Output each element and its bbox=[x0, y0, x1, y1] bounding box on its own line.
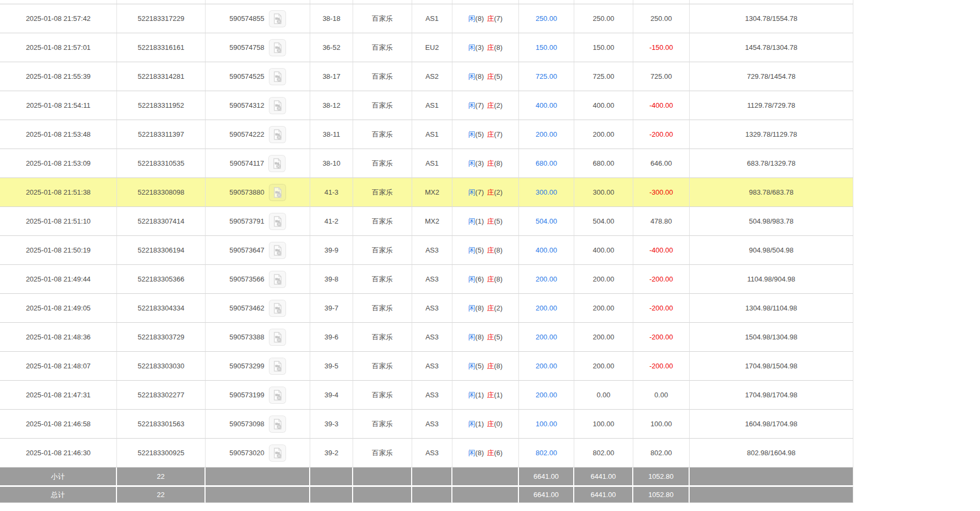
bet-amount-link[interactable]: 300.00 bbox=[536, 188, 557, 196]
table-row[interactable]: 2025-01-08 21:49:05 522183304334 5905734… bbox=[0, 294, 853, 323]
cell-winloss: 725.00 bbox=[633, 62, 690, 91]
bet-amount-link[interactable]: 200.00 bbox=[536, 130, 557, 138]
cell-result: 闲(8)庄(5) bbox=[452, 323, 519, 352]
table-row[interactable]: 2025-01-08 21:57:42 522183317229 5905748… bbox=[0, 4, 853, 33]
cell-balance: 683.78/1329.78 bbox=[690, 149, 853, 178]
cell-game-name: 百家乐 bbox=[353, 352, 412, 381]
cell-bet-time: 2025-01-08 21:53:09 bbox=[0, 149, 117, 178]
subtotal-winloss-total: 1052.80 bbox=[633, 468, 690, 485]
cell-round: 38-11 bbox=[310, 120, 353, 149]
banker-label: 庄 bbox=[487, 333, 494, 341]
player-points: (1) bbox=[476, 217, 484, 225]
table-row[interactable]: 2025-01-08 21:55:39 522183314281 5905745… bbox=[0, 62, 853, 91]
video-file-icon[interactable] bbox=[269, 242, 286, 259]
table-row[interactable]: 2025-01-08 21:47:31 522183302277 5905731… bbox=[0, 381, 853, 410]
game-id-text: 590574312 bbox=[229, 101, 264, 109]
video-file-icon[interactable] bbox=[269, 358, 286, 375]
bet-amount-link[interactable]: 802.00 bbox=[536, 449, 557, 457]
cell-result: 闲(6)庄(8) bbox=[452, 265, 519, 294]
video-file-icon[interactable] bbox=[269, 68, 286, 85]
cell-balance: 729.78/1454.78 bbox=[690, 62, 853, 91]
cell-winloss: -200.00 bbox=[633, 294, 690, 323]
bet-amount-link[interactable]: 200.00 bbox=[536, 275, 557, 283]
bet-amount-link[interactable]: 250.00 bbox=[536, 14, 557, 23]
table-row[interactable]: 2025-01-08 21:48:36 522183303729 5905733… bbox=[0, 323, 853, 352]
game-id-text: 590574222 bbox=[229, 130, 264, 138]
banker-points: (7) bbox=[494, 130, 503, 138]
bet-amount-link[interactable]: 200.00 bbox=[536, 333, 557, 341]
table-row[interactable]: 2025-01-08 21:53:09 522183310535 5905741… bbox=[0, 149, 853, 178]
cell-order-id: 522183304334 bbox=[117, 294, 206, 323]
player-points: (3) bbox=[476, 159, 484, 167]
player-points: (1) bbox=[476, 391, 484, 399]
bet-amount-link[interactable]: 100.00 bbox=[536, 420, 557, 428]
video-file-icon[interactable] bbox=[269, 126, 286, 143]
bet-amount-link[interactable]: 400.00 bbox=[536, 246, 557, 254]
cell-game-id: 590574855 bbox=[206, 4, 310, 33]
video-file-icon[interactable] bbox=[269, 329, 286, 346]
cell-result: 闲(8)庄(2) bbox=[452, 294, 519, 323]
cell-game-id: 590573880 bbox=[206, 178, 310, 207]
video-file-icon[interactable] bbox=[269, 213, 286, 230]
table-row[interactable]: 2025-01-08 21:51:10 522183307414 5905737… bbox=[0, 207, 853, 236]
cell-table-code: EU2 bbox=[412, 33, 452, 62]
video-file-icon[interactable] bbox=[269, 387, 286, 404]
empty-cell bbox=[452, 468, 519, 485]
cell-bet-amount: 400.00 bbox=[519, 91, 574, 120]
cell-balance: 1304.98/1104.98 bbox=[690, 294, 853, 323]
video-file-icon[interactable] bbox=[269, 10, 286, 27]
video-file-icon[interactable] bbox=[269, 300, 286, 317]
banker-points: (5) bbox=[494, 333, 503, 341]
cell-bet-amount: 680.00 bbox=[519, 149, 574, 178]
cell-game-id: 590573299 bbox=[206, 352, 310, 381]
table-row[interactable]: 2025-01-08 21:46:30 522183300925 5905730… bbox=[0, 439, 853, 468]
cell-bet-time: 2025-01-08 21:57:01 bbox=[0, 33, 117, 62]
game-id-text: 590574758 bbox=[229, 43, 264, 51]
bet-amount-link[interactable]: 200.00 bbox=[536, 304, 557, 312]
bet-amount-link[interactable]: 504.00 bbox=[536, 217, 557, 225]
video-file-icon[interactable] bbox=[269, 271, 286, 288]
table-row[interactable]: 2025-01-08 21:51:38 522183308098 5905738… bbox=[0, 178, 853, 207]
banker-label: 庄 bbox=[487, 449, 494, 457]
cell-table-code: AS3 bbox=[412, 265, 452, 294]
cell-table-code: AS3 bbox=[412, 294, 452, 323]
cell-table-code: AS3 bbox=[412, 236, 452, 265]
table-row[interactable]: 2025-01-08 21:57:01 522183316161 5905747… bbox=[0, 33, 853, 62]
cell-round: 38-12 bbox=[310, 91, 353, 120]
cell-game-name: 百家乐 bbox=[353, 236, 412, 265]
bet-amount-link[interactable]: 200.00 bbox=[536, 391, 557, 399]
cell-winloss: -400.00 bbox=[633, 91, 690, 120]
game-id-text: 590573880 bbox=[229, 188, 264, 196]
cell-result: 闲(7)庄(2) bbox=[452, 91, 519, 120]
game-id-text: 590574117 bbox=[230, 159, 264, 167]
bet-amount-link[interactable]: 725.00 bbox=[536, 72, 557, 80]
bet-amount-link[interactable]: 150.00 bbox=[536, 43, 557, 51]
cell-balance: 802.98/1604.98 bbox=[690, 439, 853, 468]
cell-winloss: 646.00 bbox=[633, 149, 690, 178]
player-points: (5) bbox=[476, 246, 484, 254]
bet-amount-link[interactable]: 200.00 bbox=[536, 362, 557, 370]
cell-order-id: 522183305366 bbox=[117, 265, 206, 294]
video-file-icon[interactable] bbox=[269, 39, 286, 56]
video-file-icon[interactable] bbox=[268, 155, 286, 172]
video-file-icon[interactable] bbox=[269, 416, 286, 433]
cell-table-code: AS3 bbox=[412, 323, 452, 352]
empty-cell bbox=[310, 485, 353, 503]
cell-order-id: 522183306194 bbox=[117, 236, 206, 265]
video-file-icon[interactable] bbox=[269, 184, 286, 201]
table-row[interactable]: 2025-01-08 21:48:07 522183303030 5905732… bbox=[0, 352, 853, 381]
table-row[interactable]: 2025-01-08 21:49:44 522183305366 5905735… bbox=[0, 265, 853, 294]
cell-game-id: 590573020 bbox=[206, 439, 310, 468]
cell-bet-amount: 150.00 bbox=[519, 33, 574, 62]
video-file-icon[interactable] bbox=[269, 97, 286, 114]
table-row[interactable]: 2025-01-08 21:50:19 522183306194 5905736… bbox=[0, 236, 853, 265]
bet-amount-link[interactable]: 680.00 bbox=[536, 159, 557, 167]
table-row[interactable]: 2025-01-08 21:53:48 522183311397 5905742… bbox=[0, 120, 853, 149]
video-file-icon[interactable] bbox=[269, 445, 286, 462]
cell-game-id: 590574525 bbox=[206, 62, 310, 91]
table-row[interactable]: 2025-01-08 21:54:11 522183311952 5905743… bbox=[0, 91, 853, 120]
bet-amount-link[interactable]: 400.00 bbox=[536, 101, 557, 109]
table-row[interactable]: 2025-01-08 21:46:58 522183301563 5905730… bbox=[0, 410, 853, 439]
cell-balance: 1329.78/1129.78 bbox=[690, 120, 853, 149]
player-points: (5) bbox=[476, 130, 484, 138]
